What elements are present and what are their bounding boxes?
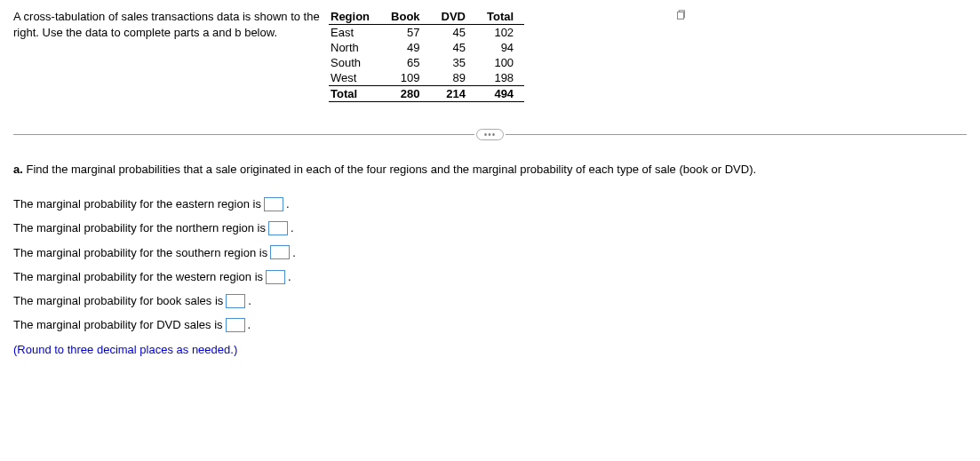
answer-line-north: The marginal probability for the norther… [13, 216, 967, 240]
table-row: South 65 35 100 [329, 55, 524, 70]
answer-line-west: The marginal probability for the western… [13, 265, 967, 289]
input-north[interactable] [268, 221, 288, 235]
cell-book: 109 [380, 70, 431, 86]
cell-dvd: 45 [431, 25, 476, 41]
answer-period: . [286, 192, 290, 216]
answer-text: The marginal probability for the western… [13, 265, 263, 289]
answer-period: . [291, 216, 294, 240]
table-row: West 109 89 198 [329, 70, 524, 86]
answer-text: The marginal probability for the norther… [13, 216, 266, 240]
round-note: (Round to three decimal places as needed… [13, 338, 967, 362]
answer-period: . [292, 241, 296, 265]
header-region: Region [329, 9, 380, 25]
header-book: Book [380, 9, 431, 25]
answer-line-dvd: The marginal probability for DVD sales i… [13, 313, 967, 337]
cell-book: 65 [380, 55, 431, 70]
answer-line-east: The marginal probability for the eastern… [13, 192, 967, 216]
cell-total: 102 [476, 25, 524, 41]
cell-region: South [329, 55, 380, 70]
top-section: A cross-tabulation of sales transactions… [13, 9, 967, 102]
divider-line [506, 134, 967, 135]
cell-dvd: 214 [431, 86, 476, 102]
cell-book: 49 [380, 40, 431, 55]
cell-region: East [329, 25, 380, 41]
section-divider: ••• [13, 129, 967, 140]
table-row: North 49 45 94 [329, 40, 524, 55]
answer-period: . [248, 289, 251, 313]
input-west[interactable] [266, 270, 285, 284]
svg-rect-0 [678, 12, 684, 20]
table-total-row: Total 280 214 494 [329, 86, 524, 102]
cell-total: 198 [476, 70, 524, 86]
cell-dvd: 45 [431, 40, 476, 55]
answer-period: . [288, 265, 291, 289]
question-label: a. [13, 163, 23, 176]
header-dvd: DVD [431, 9, 476, 25]
answer-text: The marginal probability for the eastern… [13, 192, 261, 216]
cell-total: 94 [476, 40, 524, 55]
cell-book: 57 [380, 25, 431, 41]
question-text: Find the marginal probabilities that a s… [23, 163, 756, 176]
answer-text: The marginal probability for book sales … [13, 289, 223, 313]
cell-dvd: 35 [431, 55, 476, 70]
answer-line-book: The marginal probability for book sales … [13, 289, 967, 313]
cell-region: West [329, 70, 380, 86]
header-total: Total [476, 9, 524, 25]
question-a: a. Find the marginal probabilities that … [13, 163, 967, 176]
expand-pill[interactable]: ••• [476, 129, 505, 140]
input-east[interactable] [264, 197, 283, 211]
cell-dvd: 89 [431, 70, 476, 86]
answer-text: The marginal probability for the souther… [13, 241, 267, 265]
answer-period: . [248, 313, 251, 337]
cell-region: Total [329, 86, 380, 102]
answer-line-south: The marginal probability for the souther… [13, 241, 967, 265]
table-row: East 57 45 102 [329, 25, 524, 41]
cell-region: North [329, 40, 380, 55]
intro-text: A cross-tabulation of sales transactions… [13, 9, 329, 41]
input-dvd[interactable] [226, 318, 245, 332]
cell-total: 100 [476, 55, 524, 70]
divider-line [13, 134, 474, 135]
cell-book: 280 [380, 86, 431, 102]
answer-lines: The marginal probability for the eastern… [13, 192, 967, 362]
input-book[interactable] [226, 294, 245, 308]
input-south[interactable] [270, 245, 290, 259]
cross-tab-table: Region Book DVD Total East 57 45 102 Nor… [329, 9, 524, 102]
answer-text: The marginal probability for DVD sales i… [13, 313, 223, 337]
copy-icon[interactable] [674, 9, 687, 24]
cell-total: 494 [476, 86, 524, 102]
